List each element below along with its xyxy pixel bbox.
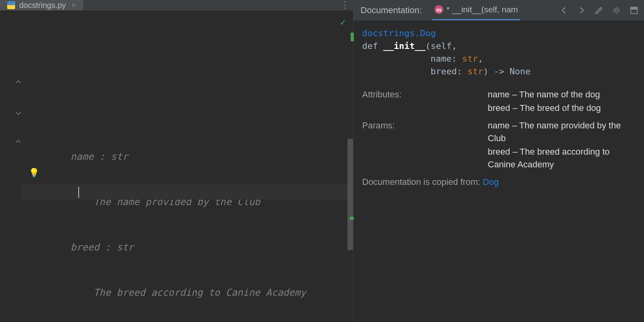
doc-attr-item: breed – The breed of the dog: [488, 102, 635, 114]
doc-attr-item: name – The name of the dog: [488, 88, 635, 101]
doc-copied-from: Documentation is copied from: Dog: [362, 176, 635, 188]
python-file-icon: [7, 1, 15, 9]
vcs-change-marker: [351, 33, 354, 41]
close-icon[interactable]: ×: [70, 1, 78, 10]
inspection-ok-icon[interactable]: ✓: [340, 15, 346, 30]
code-line: The breed according to Canine Academy: [21, 285, 353, 300]
doc-signature: docstrings.Dog def __init__(self, name: …: [362, 27, 635, 78]
editor-tab-docstrings[interactable]: docstrings.py ×: [0, 0, 84, 10]
doc-param-item: name – The name provided by the Club: [488, 119, 635, 145]
vcs-change-marker: [350, 217, 354, 220]
nav-back-icon[interactable]: [560, 6, 568, 15]
svg-point-0: [615, 9, 618, 12]
doc-attributes-section: Attributes: name – The name of the dog b…: [362, 88, 635, 115]
editor-tab-label: docstrings.py: [19, 1, 66, 10]
doc-header: Documentation: m * __init__(self, nam: [353, 0, 644, 21]
method-icon: m: [435, 5, 443, 14]
doc-tab[interactable]: m * __init__(self, nam: [432, 0, 520, 20]
gear-icon[interactable]: [612, 6, 621, 15]
editor-pane: docstrings.py × ⋮ 💡 ✓ name: [0, 0, 353, 322]
doc-title-label: Documentation:: [361, 5, 422, 16]
doc-source-link[interactable]: Dog: [483, 177, 499, 187]
doc-tab-label: * __init__(self, nam: [446, 5, 518, 14]
section-label: Attributes:: [362, 88, 488, 115]
vertical-scrollbar[interactable]: [347, 139, 353, 250]
doc-param-item: breed – The breed according to Canine Ac…: [488, 145, 635, 171]
documentation-pane: Documentation: m * __init__(self, nam do…: [353, 0, 644, 322]
text-cursor: [78, 187, 79, 198]
code-area[interactable]: ✓ name : str The name provided by the Cl…: [21, 11, 353, 322]
doc-params-section: Params: name – The name provided by the …: [362, 119, 635, 172]
doc-body: docstrings.Dog def __init__(self, name: …: [353, 21, 644, 322]
code-line: breed : str: [21, 240, 353, 255]
edit-icon[interactable]: [595, 6, 603, 15]
section-label: Params:: [362, 119, 488, 172]
tab-overflow-button[interactable]: ⋮: [337, 0, 353, 10]
editor-tab-bar: docstrings.py × ⋮: [0, 0, 353, 11]
editor-gutter: [0, 11, 21, 322]
hide-panel-icon[interactable]: [630, 6, 638, 15]
current-line-highlight: [21, 184, 353, 200]
nav-forward-icon[interactable]: [577, 6, 586, 15]
code-line: name : str: [21, 149, 353, 164]
svg-rect-2: [631, 7, 638, 9]
editor-body[interactable]: 💡 ✓ name : str The name provided by the …: [0, 11, 353, 322]
